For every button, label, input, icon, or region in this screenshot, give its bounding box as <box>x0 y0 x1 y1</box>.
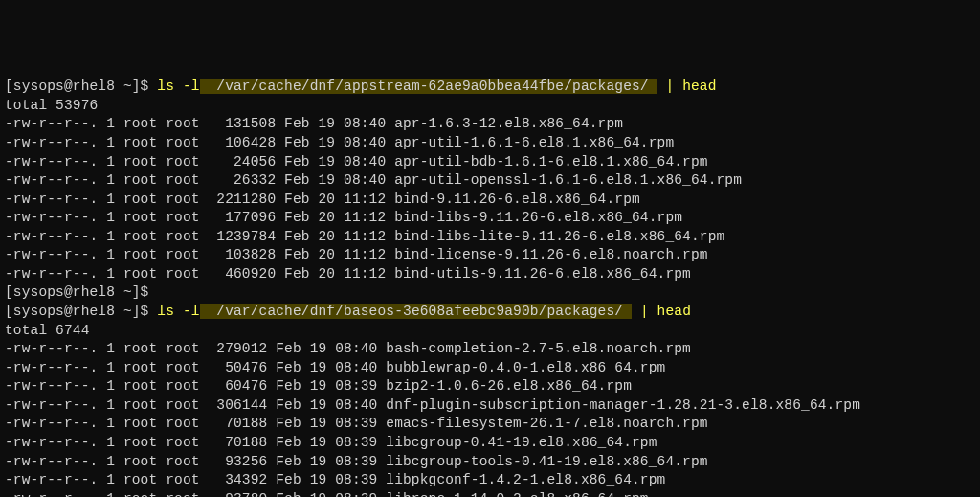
shell-prompt: [sysops@rhel8 ~]$ <box>5 304 157 319</box>
total-line: total 6744 <box>5 322 975 341</box>
file-row: -rw-r--r--. 1 root root 93256 Feb 19 08:… <box>5 453 975 472</box>
file-row: -rw-r--r--. 1 root root 177096 Feb 20 11… <box>5 209 975 228</box>
file-row: -rw-r--r--. 1 root root 306144 Feb 19 08… <box>5 396 975 416</box>
total-line: total 53976 <box>5 97 975 116</box>
path-arg: /var/cache/dnf/appstream-62ae9a0bbea44fb… <box>200 79 657 94</box>
shell-prompt: [sysops@rhel8 ~]$ <box>5 79 157 94</box>
cmd-ls: ls -l <box>157 79 199 94</box>
file-row: -rw-r--r--. 1 root root 70188 Feb 19 08:… <box>5 415 975 434</box>
cmd-pipe-head: | head <box>632 304 691 319</box>
file-row: -rw-r--r--. 1 root root 1239784 Feb 20 1… <box>5 228 975 247</box>
terminal-output: [sysops@rhel8 ~]$ ls -l /var/cache/dnf/a… <box>5 78 975 497</box>
file-row: -rw-r--r--. 1 root root 131508 Feb 19 08… <box>5 115 975 134</box>
path-arg: /var/cache/dnf/baseos-3e608afeebc9a90b/p… <box>200 304 632 319</box>
file-row: -rw-r--r--. 1 root root 106428 Feb 19 08… <box>5 134 975 153</box>
command-line-2: [sysops@rhel8 ~]$ ls -l /var/cache/dnf/b… <box>5 303 975 322</box>
file-row: -rw-r--r--. 1 root root 103828 Feb 20 11… <box>5 246 975 265</box>
file-row: -rw-r--r--. 1 root root 460920 Feb 20 11… <box>5 265 975 284</box>
file-row: -rw-r--r--. 1 root root 2211280 Feb 20 1… <box>5 191 975 210</box>
file-row: -rw-r--r--. 1 root root 93780 Feb 19 08:… <box>5 490 975 497</box>
file-row: -rw-r--r--. 1 root root 24056 Feb 19 08:… <box>5 153 975 172</box>
command-line-1: [sysops@rhel8 ~]$ ls -l /var/cache/dnf/a… <box>5 78 975 97</box>
file-row: -rw-r--r--. 1 root root 34392 Feb 19 08:… <box>5 471 975 490</box>
file-row: -rw-r--r--. 1 root root 60476 Feb 19 08:… <box>5 377 975 396</box>
file-row: -rw-r--r--. 1 root root 26332 Feb 19 08:… <box>5 171 975 191</box>
file-row: -rw-r--r--. 1 root root 50476 Feb 19 08:… <box>5 359 975 378</box>
cmd-ls: ls -l <box>157 304 199 319</box>
file-row: -rw-r--r--. 1 root root 279012 Feb 19 08… <box>5 340 975 359</box>
shell-prompt-empty: [sysops@rhel8 ~]$ <box>5 283 975 303</box>
file-row: -rw-r--r--. 1 root root 70188 Feb 19 08:… <box>5 434 975 453</box>
cmd-pipe-head: | head <box>657 79 717 94</box>
